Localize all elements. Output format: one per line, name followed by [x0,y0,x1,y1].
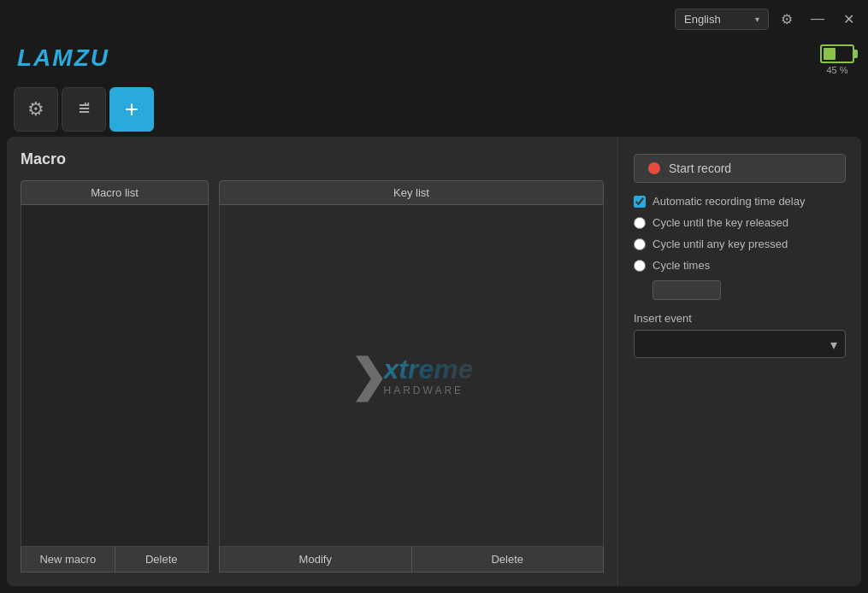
insert-event-select[interactable] [634,330,846,358]
key-list-header[interactable]: Key list [219,180,604,205]
macro-list-header[interactable]: Macro list [21,180,209,205]
chevron-down-icon: ▾ [755,15,759,24]
macro-title: Macro [21,150,604,168]
tab-add[interactable]: + [109,87,154,132]
macro-panel: Macro Macro list New macro Delete Key li… [7,137,617,586]
right-panel: Start record Automatic recording time de… [617,137,861,586]
auto-delay-checkbox[interactable] [634,196,646,208]
battery-icon [820,44,854,63]
insert-event-label: Insert event [634,312,846,325]
cycle-key-released-label: Cycle until the key released [652,216,788,229]
language-dropdown[interactable]: English ▾ [675,9,769,30]
cycle-any-key-label: Cycle until any key pressed [652,238,788,250]
header: LAMZU 45 % [0,38,868,82]
watermark-text: xtreme HARDWARE [384,355,474,396]
start-record-button[interactable]: Start record [634,154,846,183]
gear-icon: ⚙ [781,11,793,27]
insert-event-select-wrapper [634,330,846,358]
delete-key-button[interactable]: Delete [412,547,604,572]
tab-sliders[interactable]: ≡̈ [62,87,106,132]
insert-event-section: Insert event [634,312,846,358]
macro-list-column: Macro list New macro Delete [21,180,209,572]
start-record-label: Start record [669,161,731,175]
sliders-icon: ≡̈ [78,100,90,119]
macro-list-body [21,205,209,547]
watermark: ❯ xtreme HARDWARE [350,354,474,398]
logo: LAMZU [17,44,109,72]
cycle-times-option: Cycle times [634,259,846,272]
auto-delay-label: Automatic recording time delay [652,195,805,208]
battery-area: 45 % [820,44,854,75]
cycle-key-released-option: Cycle until the key released [634,216,846,229]
watermark-hardware: HARDWARE [384,385,474,396]
key-list-column: Key list ❯ xtreme HARDWARE Modify Delete [219,180,604,572]
options-section: Automatic recording time delay Cycle unt… [634,195,846,300]
watermark-xtreme: xtreme [384,355,474,385]
watermark-chevron-icon: ❯ [350,354,387,398]
titlebar: English ▾ ⚙ — ✕ [0,0,868,38]
settings-button[interactable]: ⚙ [774,6,800,32]
cycle-key-released-radio[interactable] [634,217,646,229]
plus-icon: + [125,96,139,123]
auto-delay-option: Automatic recording time delay [634,195,846,208]
cycle-times-label: Cycle times [652,259,710,272]
toolbar: ⚙ ≡̈ + [0,82,868,137]
cycle-times-radio[interactable] [634,260,646,272]
minimize-button[interactable]: — [805,6,830,32]
battery-percent: 45 % [826,65,847,75]
cycle-any-key-option: Cycle until any key pressed [634,238,846,250]
close-button[interactable]: ✕ [836,6,861,32]
gear-icon: ⚙ [27,98,44,120]
key-list-footer: Modify Delete [219,547,604,572]
modify-button[interactable]: Modify [220,547,412,572]
lists-area: Macro list New macro Delete Key list ❯ x… [21,180,604,572]
record-dot-icon [648,162,660,174]
cycle-times-input[interactable] [652,280,721,300]
new-macro-button[interactable]: New macro [21,547,115,572]
language-label: English [684,13,721,26]
minimize-icon: — [811,11,824,26]
key-list-body: ❯ xtreme HARDWARE [219,205,604,547]
delete-macro-button[interactable]: Delete [115,547,209,572]
close-icon: ✕ [843,11,854,27]
tab-settings[interactable]: ⚙ [14,87,58,132]
cycle-any-key-radio[interactable] [634,238,646,250]
main-content: Macro Macro list New macro Delete Key li… [7,137,861,586]
macro-list-footer: New macro Delete [21,547,209,572]
